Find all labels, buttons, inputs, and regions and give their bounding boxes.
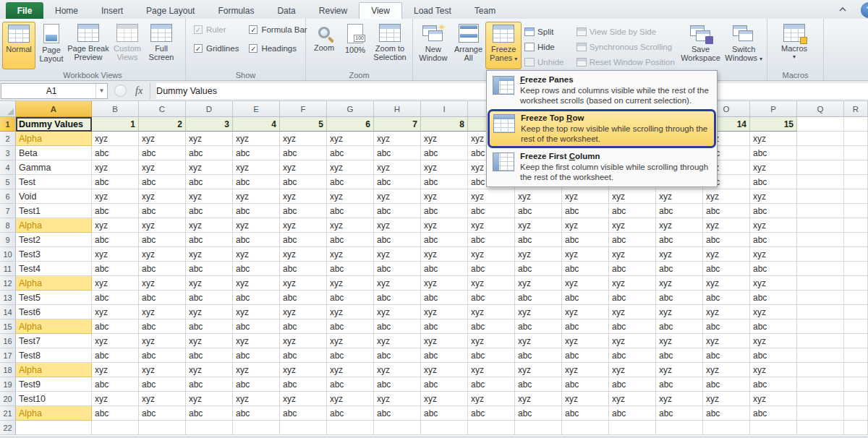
cell-F13[interactable]: abc xyxy=(280,291,327,305)
column-header-D[interactable]: D xyxy=(186,101,233,117)
cell-C22[interactable] xyxy=(139,421,186,435)
minimize-ribbon-icon[interactable] xyxy=(838,4,848,17)
tab-file[interactable]: File xyxy=(6,2,43,19)
save-workspace-button[interactable]: Save Workspace xyxy=(678,22,723,69)
cell-L16[interactable]: xyz xyxy=(562,334,609,348)
cell-F5[interactable]: abc xyxy=(280,175,327,189)
cell-J13[interactable]: abc xyxy=(468,291,515,305)
cell-E18[interactable]: xyz xyxy=(233,363,280,377)
cell-C10[interactable]: xyz xyxy=(139,247,186,262)
cell-F12[interactable]: xyz xyxy=(280,276,327,291)
cell-D2[interactable]: xyz xyxy=(186,132,233,146)
cell-F18[interactable]: xyz xyxy=(280,363,327,377)
page-break-preview-button[interactable]: Page Break Preview xyxy=(67,22,109,69)
cell-E22[interactable] xyxy=(233,421,280,435)
cell-R4[interactable] xyxy=(844,160,868,175)
cell-R18[interactable] xyxy=(844,363,868,377)
cell-I14[interactable]: xyz xyxy=(421,305,468,319)
cell-B8[interactable]: xyz xyxy=(92,218,139,233)
cell-K12[interactable]: xyz xyxy=(515,276,562,291)
cell-L11[interactable]: abc xyxy=(562,262,609,276)
row-header-3[interactable]: 3 xyxy=(0,146,16,160)
cell-A17[interactable]: Test8 xyxy=(16,348,92,363)
cell-C4[interactable]: xyz xyxy=(139,160,186,175)
row-header-7[interactable]: 7 xyxy=(0,204,16,218)
cell-F1[interactable]: 5 xyxy=(280,117,327,132)
cell-D4[interactable]: xyz xyxy=(186,160,233,175)
cell-B19[interactable]: abc xyxy=(92,377,139,392)
cell-D19[interactable]: abc xyxy=(186,377,233,392)
cell-P22[interactable] xyxy=(750,421,797,435)
cell-M13[interactable]: abc xyxy=(609,291,656,305)
cell-C11[interactable]: abc xyxy=(139,262,186,276)
headings-checkbox[interactable]: ✓ Headings xyxy=(249,44,307,53)
column-header-A[interactable]: A xyxy=(16,101,92,117)
cell-R17[interactable] xyxy=(844,348,868,363)
cell-R8[interactable] xyxy=(844,218,868,233)
cell-C13[interactable]: abc xyxy=(139,291,186,305)
cell-Q8[interactable] xyxy=(797,218,844,233)
cell-P1[interactable]: 15 xyxy=(750,117,797,132)
cell-C16[interactable]: xyz xyxy=(139,334,186,348)
cell-C3[interactable]: abc xyxy=(139,146,186,160)
row-header-14[interactable]: 14 xyxy=(0,305,16,319)
cell-G7[interactable]: abc xyxy=(327,204,374,218)
page-layout-view-button[interactable]: Page Layout xyxy=(35,22,67,69)
cell-I4[interactable]: xyz xyxy=(421,160,468,175)
cell-G8[interactable]: xyz xyxy=(327,218,374,233)
macros-button[interactable]: Macros ▾ xyxy=(775,22,813,69)
new-window-button[interactable]: ✳ New Window xyxy=(415,22,451,69)
cell-E8[interactable]: xyz xyxy=(233,218,280,233)
cell-K7[interactable]: abc xyxy=(515,204,562,218)
cell-B3[interactable]: abc xyxy=(92,146,139,160)
cell-B10[interactable]: xyz xyxy=(92,247,139,262)
cell-B2[interactable]: xyz xyxy=(92,132,139,146)
column-header-F[interactable]: F xyxy=(280,101,327,117)
cell-G1[interactable]: 6 xyxy=(327,117,374,132)
cell-M19[interactable]: abc xyxy=(609,377,656,392)
cell-G15[interactable]: abc xyxy=(327,319,374,334)
cell-L7[interactable]: abc xyxy=(562,204,609,218)
cell-Q2[interactable] xyxy=(797,132,844,146)
cell-F21[interactable]: abc xyxy=(280,406,327,421)
cell-R3[interactable] xyxy=(844,146,868,160)
cell-G11[interactable]: abc xyxy=(327,262,374,276)
cell-F19[interactable]: abc xyxy=(280,377,327,392)
cell-H21[interactable]: abc xyxy=(374,406,421,421)
cell-R2[interactable] xyxy=(844,132,868,146)
cell-L20[interactable]: xyz xyxy=(562,392,609,406)
cell-M8[interactable]: xyz xyxy=(609,218,656,233)
cell-B17[interactable]: abc xyxy=(92,348,139,363)
cell-B11[interactable]: abc xyxy=(92,262,139,276)
cell-G18[interactable]: xyz xyxy=(327,363,374,377)
cell-L19[interactable]: abc xyxy=(562,377,609,392)
cell-C7[interactable]: abc xyxy=(139,204,186,218)
cell-I10[interactable]: xyz xyxy=(421,247,468,262)
tab-home[interactable]: Home xyxy=(43,2,90,19)
cell-P7[interactable]: abc xyxy=(750,204,797,218)
cell-H15[interactable]: abc xyxy=(374,319,421,334)
cell-I18[interactable]: xyz xyxy=(421,363,468,377)
cell-C9[interactable]: abc xyxy=(139,233,186,247)
cell-D5[interactable]: abc xyxy=(186,175,233,189)
cell-A3[interactable]: Beta xyxy=(16,146,92,160)
cell-C19[interactable]: abc xyxy=(139,377,186,392)
cell-M18[interactable]: xyz xyxy=(609,363,656,377)
cell-E6[interactable]: xyz xyxy=(233,189,280,204)
row-header-13[interactable]: 13 xyxy=(0,291,16,305)
cell-F4[interactable]: xyz xyxy=(280,160,327,175)
row-header-15[interactable]: 15 xyxy=(0,319,16,334)
cell-N12[interactable]: xyz xyxy=(656,276,703,291)
cell-O11[interactable]: abc xyxy=(703,262,750,276)
cell-B5[interactable]: abc xyxy=(92,175,139,189)
cell-B18[interactable]: xyz xyxy=(92,363,139,377)
cell-P19[interactable]: abc xyxy=(750,377,797,392)
cell-J8[interactable]: xyz xyxy=(468,218,515,233)
cell-M21[interactable]: abc xyxy=(609,406,656,421)
zoom-to-selection-button[interactable]: Zoom to Selection xyxy=(370,22,409,69)
cell-H2[interactable]: xyz xyxy=(374,132,421,146)
cell-A8[interactable]: Alpha xyxy=(16,218,92,233)
cell-H11[interactable]: abc xyxy=(374,262,421,276)
cell-K19[interactable]: abc xyxy=(515,377,562,392)
cell-B20[interactable]: xyz xyxy=(92,392,139,406)
